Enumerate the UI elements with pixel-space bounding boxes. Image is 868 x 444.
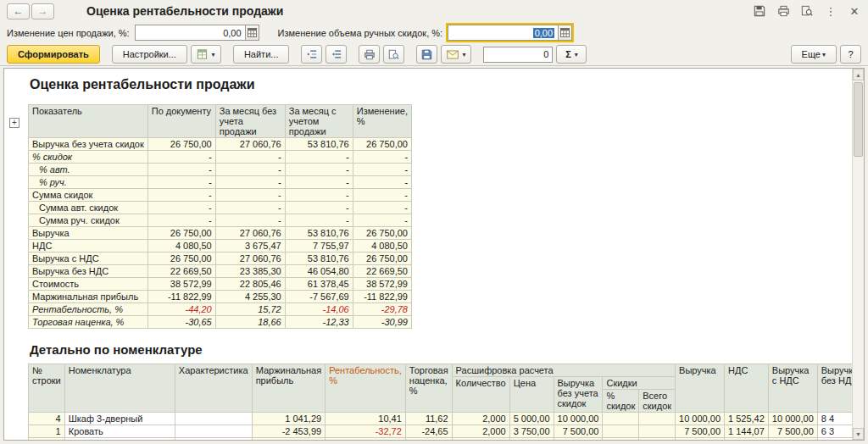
detail-cell[interactable]: [603, 425, 639, 438]
summary-cell[interactable]: -30,65: [147, 316, 215, 329]
close-icon[interactable]: ✕: [848, 4, 861, 18]
summary-row-label[interactable]: Сумма авт. скидок: [29, 202, 148, 214]
summary-cell[interactable]: 26 750,00: [353, 253, 411, 265]
detail-col-calc-group[interactable]: Расшифровка расчета: [452, 364, 675, 377]
summary-row-label[interactable]: Стоимость: [29, 278, 148, 291]
summary-cell[interactable]: -12,33: [285, 316, 353, 329]
summary-cell[interactable]: -: [285, 189, 353, 202]
summary-cell[interactable]: 38 572,99: [147, 278, 215, 291]
summary-cell[interactable]: 26 750,00: [147, 253, 215, 265]
detail-cell[interactable]: 4,000: [452, 438, 509, 441]
print-button[interactable]: [359, 45, 380, 64]
detail-cell[interactable]: 1: [29, 425, 65, 438]
detail-cell[interactable]: 2,000: [452, 425, 509, 438]
detail-cell[interactable]: 1 144,07: [725, 425, 769, 438]
detail-cell[interactable]: [639, 425, 676, 438]
summary-cell[interactable]: -: [353, 202, 411, 214]
summary-cell[interactable]: -: [215, 202, 285, 214]
summary-cell[interactable]: 15,72: [215, 303, 285, 316]
preview-icon[interactable]: [800, 4, 814, 18]
summary-cell[interactable]: 7 755,97: [285, 240, 353, 253]
summary-cell[interactable]: -44,20: [147, 303, 215, 316]
detail-col-revenue[interactable]: Выручка: [676, 364, 725, 413]
detail-cell[interactable]: 8 4: [817, 413, 852, 425]
summary-cell[interactable]: -: [285, 202, 353, 214]
detail-cell[interactable]: -43,93: [405, 438, 452, 441]
detail-cell[interactable]: [639, 438, 676, 441]
summary-cell[interactable]: -: [215, 176, 285, 189]
detail-cell[interactable]: 10 000,00: [768, 413, 817, 425]
vertical-scrollbar[interactable]: ▲ ▼: [852, 69, 864, 440]
detail-cell[interactable]: -32,72: [326, 425, 406, 438]
forward-button[interactable]: →: [31, 3, 54, 19]
summary-row-label[interactable]: Маржинальная прибыль: [29, 291, 148, 303]
summary-cell[interactable]: 22 669,50: [147, 265, 215, 278]
summary-row-label[interactable]: Сумма руч. скидок: [29, 214, 148, 227]
summary-cell[interactable]: -: [215, 151, 285, 164]
summary-cell[interactable]: -: [147, 151, 215, 164]
detail-cell[interactable]: 6 000,00: [554, 438, 603, 441]
detail-col-revenue-no-vat[interactable]: Выручка без НД: [817, 364, 852, 413]
report-variants-button[interactable]: ▾: [191, 45, 221, 64]
summary-col-month-with[interactable]: За месяц с учетом продажи: [285, 105, 353, 138]
detail-cell[interactable]: 1 041,29: [252, 413, 326, 425]
counter-input[interactable]: 0: [483, 47, 553, 63]
detail-col-margin[interactable]: Маржинальная прибыль: [252, 364, 326, 413]
summary-cell[interactable]: -: [353, 151, 411, 164]
summary-cell[interactable]: -: [353, 164, 411, 176]
detail-cell[interactable]: 7 500,00: [554, 425, 603, 438]
detail-cell[interactable]: [175, 425, 252, 438]
summary-cell[interactable]: -: [285, 164, 353, 176]
find-button[interactable]: Найти...: [233, 45, 290, 64]
scrollbar-up-button[interactable]: ▲: [853, 69, 864, 80]
detail-cell[interactable]: 7 500,00: [676, 425, 725, 438]
summary-row-label[interactable]: Торговая наценка, %: [29, 316, 148, 329]
detail-cell[interactable]: 4: [29, 413, 65, 425]
summary-cell[interactable]: -: [353, 214, 411, 227]
save-icon[interactable]: [753, 4, 766, 18]
summary-cell[interactable]: -30,99: [353, 316, 411, 329]
detail-cell[interactable]: 11,62: [405, 413, 452, 425]
summary-cell[interactable]: -14,06: [285, 303, 353, 316]
menu-kebab-icon[interactable]: ⋮: [824, 4, 837, 18]
summary-cell[interactable]: -: [147, 176, 215, 189]
summary-cell[interactable]: 27 060,76: [215, 253, 285, 265]
summary-row-label[interactable]: Рентабельность, %: [29, 303, 148, 316]
summary-cell[interactable]: -: [285, 151, 353, 164]
summary-cell[interactable]: 4 255,30: [215, 291, 285, 303]
detail-cell[interactable]: [603, 413, 639, 425]
detail-cell[interactable]: 5 0: [817, 438, 852, 441]
detail-cell[interactable]: Кровать: [64, 425, 175, 438]
summary-cell[interactable]: 3 675,47: [215, 240, 285, 253]
summary-cell[interactable]: 4 080,50: [353, 240, 411, 253]
summary-col-indicator[interactable]: Показатель: [29, 105, 148, 138]
summary-col-by-document[interactable]: По документу: [147, 105, 215, 138]
detail-col-disc-total[interactable]: Всего скидок: [639, 390, 676, 413]
detail-cell[interactable]: 5 000,00: [509, 413, 554, 425]
summary-row-label[interactable]: Сумма скидок: [29, 189, 148, 202]
summary-cell[interactable]: 53 810,76: [285, 227, 353, 240]
detail-cell[interactable]: 10 000,00: [676, 413, 725, 425]
print-icon[interactable]: [776, 4, 790, 18]
detail-cell[interactable]: -2 453,99: [252, 425, 326, 438]
detail-cell[interactable]: -4 701,58: [252, 438, 326, 441]
detail-cell[interactable]: 1 525,42: [725, 413, 769, 425]
help-button[interactable]: ?: [840, 45, 861, 64]
detail-cell[interactable]: Шкаф 3-дверный: [64, 413, 175, 425]
detail-col-revenue-no-disc[interactable]: Выручка без учета скидок: [554, 377, 603, 413]
detail-cell[interactable]: 3 750,00: [509, 425, 554, 438]
email-button[interactable]: ▾: [441, 45, 471, 64]
summary-row-label[interactable]: % авт.: [29, 164, 148, 176]
summary-cell[interactable]: -7 567,69: [285, 291, 353, 303]
detail-col-line-no[interactable]: № строки: [29, 364, 65, 413]
detail-cell[interactable]: 10,41: [326, 413, 406, 425]
back-button[interactable]: ←: [7, 3, 30, 19]
summary-row-label[interactable]: % скидок: [29, 151, 148, 164]
summary-cell[interactable]: 26 750,00: [353, 227, 411, 240]
summary-cell[interactable]: 61 378,45: [285, 278, 353, 291]
detail-cell[interactable]: [175, 438, 252, 441]
detail-col-discounts-group[interactable]: Скидки: [603, 377, 676, 390]
detail-col-nomenclature[interactable]: Номенклатура: [64, 364, 175, 413]
summary-cell[interactable]: 23 385,30: [215, 265, 285, 278]
detail-cell[interactable]: [603, 438, 639, 441]
